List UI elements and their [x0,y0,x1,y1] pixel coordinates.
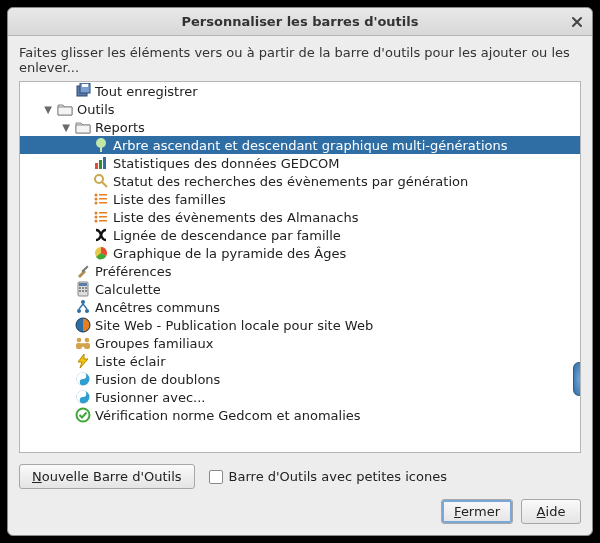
expander-open-icon[interactable]: ▼ [60,122,72,133]
tree-item[interactable]: ▶Groupes familiaux [20,334,580,352]
list-orange-icon [92,209,109,225]
tree-item[interactable]: ▶Fusion de doublons [20,370,580,388]
tree-icon [92,137,109,153]
svg-rect-17 [99,212,107,214]
tree-item[interactable]: ▶Site Web - Publication locale pour site… [20,316,580,334]
svg-rect-6 [99,160,102,169]
svg-point-10 [94,194,97,197]
button-mnemonic: A [537,504,546,519]
calc-icon [74,281,91,297]
svg-rect-41 [84,343,90,349]
tree-item-label: Préférences [95,264,171,279]
titlebar[interactable]: Personnaliser les barres d'outils [8,8,592,36]
tree-item[interactable]: ▶Tout enregistrer [20,82,580,100]
svg-point-12 [94,198,97,201]
window-title: Personnaliser les barres d'outils [182,14,419,29]
tree-item-label: Liste éclair [95,354,166,369]
checkbox-box-icon [209,470,223,484]
tree-item-label: Ancêtres communs [95,300,220,315]
svg-line-9 [102,182,107,187]
svg-rect-29 [79,290,81,292]
close-icon[interactable] [568,13,586,31]
family-icon [74,335,91,351]
toolbar-items-tree[interactable]: ▶Tout enregistrer▼Outils▼Reports▶Arbre a… [19,81,581,453]
scrollbar[interactable] [574,82,580,452]
svg-point-16 [94,212,97,215]
svg-rect-11 [99,194,107,196]
tree-item[interactable]: ▶Vérification norme Gedcom et anomalies [20,406,580,424]
merge-icon [74,371,91,387]
new-toolbar-button[interactable]: Nouvelle Barre d'Outils [19,464,195,489]
dialog-buttons: Fermer Aide [8,495,592,535]
tree-item-label: Liste des familles [113,192,226,207]
tree-item-label: Lignée de descendance par famille [113,228,341,243]
svg-point-8 [95,175,103,183]
globe-icon [74,317,91,333]
tree-item[interactable]: ▶Liste éclair [20,352,580,370]
instructions-label: Faites glisser les éléments vers ou à pa… [8,36,592,81]
tree-item[interactable]: ▶Arbre ascendant et descendant graphique… [20,136,580,154]
help-button[interactable]: Aide [521,499,581,524]
tree-item[interactable]: ▼Outils [20,100,580,118]
svg-rect-28 [85,287,87,289]
lineage-icon [92,227,109,243]
button-label-rest: ermer [461,504,500,519]
tree-item[interactable]: ▶Statut des recherches des évènements pa… [20,172,580,190]
svg-rect-30 [82,290,84,292]
tree-item[interactable]: ▶Fusionner avec... [20,388,580,406]
check-green-icon [74,407,91,423]
tree-item-label: Fusion de doublons [95,372,220,387]
tree-item[interactable]: ▶Calculette [20,280,580,298]
tree-item[interactable]: ▶Statistiques des données GEDCOM [20,154,580,172]
svg-point-33 [77,309,81,313]
checkbox-label-rest: arre d'Outils avec petites icones [237,469,446,484]
tree-item-label: Statistiques des données GEDCOM [113,156,339,171]
tree-item[interactable]: ▶Préférences [20,262,580,280]
svg-point-32 [81,300,85,304]
tree-item[interactable]: ▶Lignée de descendance par famille [20,226,580,244]
stats-icon [92,155,109,171]
svg-point-14 [94,202,97,205]
ancestors-icon [74,299,91,315]
small-icons-checkbox[interactable]: Barre d'Outils avec petites icones [209,469,447,484]
tree-item[interactable]: ▶Liste des évènements des Almanachs [20,208,580,226]
tree-item-label: Site Web - Publication locale pour site … [95,318,373,333]
tree-item[interactable]: ▶Liste des familles [20,190,580,208]
svg-rect-19 [99,216,107,218]
expander-open-icon[interactable]: ▼ [42,104,54,115]
svg-rect-13 [99,198,107,200]
prefs-icon [74,263,91,279]
list-orange-icon [92,191,109,207]
svg-rect-40 [76,343,82,349]
tree-item-label: Tout enregistrer [95,84,198,99]
button-mnemonic: N [32,469,42,484]
folder-icon [74,119,91,135]
tree-item-label: Statut des recherches des évènements par… [113,174,468,189]
button-label-rest: ide [546,504,566,519]
svg-rect-31 [85,290,87,292]
svg-point-20 [94,220,97,223]
pie-icon [92,245,109,261]
tree-item-label: Calculette [95,282,161,297]
tree-item[interactable]: ▼Reports [20,118,580,136]
tree-item-label: Vérification norme Gedcom et anomalies [95,408,361,423]
flash-icon [74,353,91,369]
svg-point-37 [76,338,81,343]
scrollbar-thumb[interactable] [573,362,581,396]
svg-point-38 [84,338,89,343]
svg-rect-26 [79,287,81,289]
svg-marker-42 [78,354,88,368]
tree-item-label: Outils [77,102,115,117]
tree-item-label: Fusionner avec... [95,390,206,405]
checkbox-label: Barre d'Outils avec petites icones [229,469,447,484]
svg-rect-27 [82,287,84,289]
save-all-icon [74,83,91,99]
tree-item-label: Groupes familiaux [95,336,213,351]
tree-item[interactable]: ▶Graphique de la pyramide des Âges [20,244,580,262]
close-button[interactable]: Fermer [441,499,513,524]
svg-rect-5 [95,163,98,169]
tree-item-label: Reports [95,120,145,135]
svg-point-34 [85,309,89,313]
options-row: Nouvelle Barre d'Outils Barre d'Outils a… [8,453,592,495]
tree-item[interactable]: ▶Ancêtres communs [20,298,580,316]
